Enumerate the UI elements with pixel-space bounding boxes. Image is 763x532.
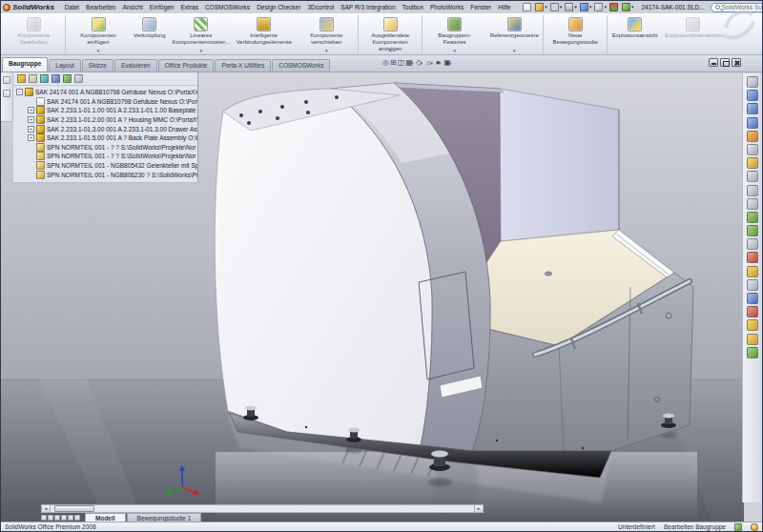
tree-item[interactable]: SPN NORMTEIL 001 - ? ? S:\SolidWorks\Pro… — [13, 152, 197, 161]
quick-tips-icon[interactable] — [751, 523, 758, 531]
appearances-tab-icon[interactable] — [63, 74, 72, 83]
komponenten-einf-gen[interactable]: Komponenten einfügen ▾ — [67, 15, 130, 53]
menu-item[interactable]: Fenster — [467, 3, 494, 11]
motionmanager-button[interactable] — [41, 515, 47, 521]
zoom-to-fit-icon[interactable] — [747, 90, 758, 101]
doc-minimize-button[interactable] — [709, 58, 718, 67]
menu-item[interactable]: Ansicht — [120, 3, 146, 11]
previous-view-icon[interactable] — [747, 76, 758, 88]
porta-x-utilities[interactable]: Porta-X Utilities — [215, 59, 271, 72]
modell[interactable]: Modell — [85, 513, 126, 522]
referenzgeometrie[interactable]: Referenzgeometrie ▾ — [486, 15, 544, 53]
tree-expander[interactable]: + — [28, 134, 34, 141]
menu-item[interactable]: PhotoWorks — [427, 3, 466, 11]
scrollbar-thumb[interactable] — [54, 505, 94, 512]
save-icon[interactable]: ▾ — [550, 3, 563, 11]
tree-expander[interactable] — [28, 98, 34, 105]
tree-item[interactable]: + SAK 2.233.1-01.5.00 001 A ? Back Plate… — [13, 133, 197, 143]
appearance-icon[interactable]: ● ▾ — [436, 58, 441, 68]
lights-icon[interactable] — [747, 334, 758, 345]
display-style-icon[interactable]: ◇ ▾ — [416, 58, 423, 68]
layout[interactable]: Layout — [49, 59, 81, 72]
zoom-to-area-icon[interactable] — [747, 103, 758, 114]
tree-expander[interactable]: − — [16, 89, 23, 95]
tree-item[interactable]: + SAK 2.233.1-01.1.00 001 A 2.233.1-01.1… — [13, 106, 197, 115]
scroll-right-arrow[interactable]: ▸ — [474, 505, 483, 512]
tree-expander[interactable]: + — [28, 107, 34, 113]
scroll-left-arrow[interactable]: ◂ — [42, 505, 51, 512]
menu-item[interactable]: 3Dcontrol — [304, 3, 337, 11]
doc-close-button[interactable] — [732, 58, 741, 67]
menu-item[interactable]: Einfügen — [147, 3, 177, 11]
curvature-icon[interactable] — [747, 347, 758, 358]
custom-tab-icon[interactable] — [74, 74, 83, 83]
tree-expander[interactable] — [28, 162, 34, 169]
menu-item[interactable]: Design Checker — [254, 3, 303, 11]
motionmanager-button[interactable] — [74, 515, 80, 521]
tree-expander[interactable] — [28, 144, 34, 151]
rotate-view-icon[interactable] — [747, 131, 758, 142]
explosionslinienskizze[interactable]: Explosionslinienskizze — [662, 15, 725, 53]
tree-expander[interactable]: + — [28, 116, 34, 123]
baugruppe[interactable]: Baugruppe — [2, 57, 48, 72]
panel-display-icon[interactable] — [3, 76, 10, 84]
shaded-with-edges-icon[interactable] — [747, 212, 758, 223]
komponente-bearbeiten[interactable]: Komponente bearbeiten — [3, 15, 66, 53]
tree-item[interactable]: + SAK 2.233.1-01.3.00 001 A 2.233.1-01.3… — [13, 124, 197, 133]
tree-item[interactable]: − SAK 24174 001 A NGB810798 Gehäuse Nexu… — [13, 88, 197, 97]
menu-item[interactable]: Bearbeiten — [83, 3, 118, 11]
third-party-tab-icon[interactable] — [52, 74, 60, 83]
open-document-icon[interactable]: ▾ — [535, 3, 547, 11]
cosmosworks[interactable]: COSMOSWorks — [272, 59, 330, 72]
ausgeblendete-komponenten-anzeigen[interactable]: Ausgeblendete Komponenten anzeigen ▾ — [360, 15, 423, 53]
komponente-verschieben[interactable]: Komponente verschieben ▾ — [296, 15, 359, 53]
zoom-to-area-icon[interactable]: ⊞ — [390, 58, 395, 68]
menu-item[interactable]: Extras — [178, 3, 201, 11]
print-icon[interactable]: ▾ — [565, 3, 577, 11]
horizontal-scrollbar[interactable]: ◂ ▸ — [41, 504, 484, 513]
edit-appearance-icon[interactable] — [747, 306, 758, 317]
menu-item[interactable]: Datei — [62, 3, 82, 11]
motionmanager-button[interactable] — [61, 515, 67, 521]
tree-item[interactable]: SPN NORMTEIL 001 - NGB805432 Gelenktelle… — [13, 161, 197, 171]
configurationmanager-icon[interactable] — [40, 74, 49, 83]
tree-expander[interactable]: + — [28, 126, 34, 133]
verkn-pfung[interactable]: Verknüpfung — [130, 15, 170, 53]
menu-item[interactable]: Hilfe — [495, 3, 513, 11]
menu-item[interactable]: SAP R/3 Integration — [338, 3, 398, 11]
featuremanager-design-tree-icon[interactable] — [17, 74, 26, 83]
standard-views-icon[interactable] — [747, 157, 758, 169]
tree-item[interactable]: SPN NORMTEIL 001 - ? ? S:\SolidWorks\Pro… — [13, 143, 197, 153]
evaluieren[interactable]: Evaluieren — [114, 59, 157, 72]
motionmanager-button[interactable] — [54, 515, 60, 521]
apply-scene-icon[interactable] — [747, 319, 758, 331]
neue-bewegungsstudie[interactable]: Neue Bewegungsstudie — [545, 15, 608, 53]
explosionsansicht[interactable]: Explosionsansicht — [608, 15, 662, 53]
zoom-to-fit-icon[interactable]: ◎ — [382, 58, 387, 68]
menu-item[interactable]: COSMOSWorks — [202, 3, 253, 11]
tree-expander[interactable] — [28, 153, 34, 159]
zoom-in-out-icon[interactable] — [747, 117, 758, 129]
shadows-in-shaded-mode-icon[interactable] — [747, 238, 758, 250]
realview-graphics-icon[interactable] — [747, 266, 758, 277]
tree-item[interactable]: + SAK 2.233.1-01.2.00 001 A ? Housing MM… — [13, 115, 197, 125]
section-view-icon[interactable] — [747, 252, 758, 263]
pan-icon[interactable] — [747, 144, 758, 155]
bewegungsstudie-1[interactable]: Bewegungsstudie 1 — [127, 513, 202, 522]
lineares-komponentenmuster-[interactable]: Lineares Komponentenmuster... ▾ — [170, 15, 233, 53]
new-document-icon[interactable] — [523, 3, 532, 11]
undo-icon[interactable]: ▾ — [580, 3, 592, 11]
propertymanager-icon[interactable] — [29, 74, 37, 83]
hide-show-items-icon[interactable]: ☼ ▾ — [425, 58, 433, 68]
hidden-lines-visible-icon[interactable] — [747, 185, 758, 196]
view-orientation-icon[interactable]: ▦ ▾ — [405, 58, 413, 68]
scene-icon[interactable]: ▣ ▾ — [443, 58, 451, 68]
select-cursor-icon[interactable]: ▾ — [594, 3, 607, 11]
doc-restore-button[interactable] — [720, 58, 730, 67]
menu-item[interactable]: Toolbox — [400, 3, 426, 11]
camera-view-icon[interactable] — [747, 279, 758, 291]
wireframe-icon[interactable] — [747, 171, 758, 182]
rebuild-icon[interactable] — [609, 3, 619, 11]
skizze[interactable]: Skizze — [82, 59, 113, 72]
tree-item[interactable]: SPN NORMTEIL 001 - NGB806230 ? S:\SolidW… — [13, 170, 197, 179]
